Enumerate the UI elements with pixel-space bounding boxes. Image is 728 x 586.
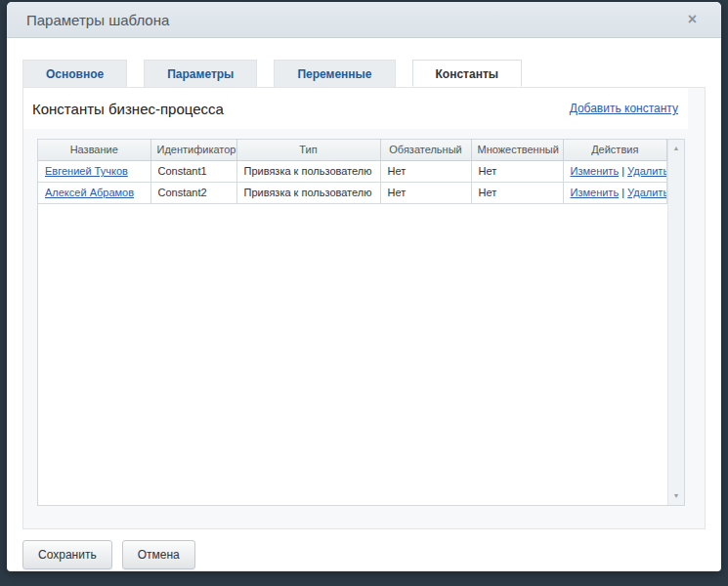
dialog-footer: Сохранить Отмена: [22, 540, 711, 569]
tab-bar: Основное Параметры Переменные Константы: [22, 60, 706, 87]
save-button[interactable]: Сохранить: [22, 540, 112, 569]
cell-name: Евгенией Тучков: [38, 160, 150, 182]
table-header-row: Название Идентификатор Тип Обязательный …: [38, 140, 667, 160]
tab-parametry[interactable]: Параметры: [144, 60, 257, 87]
cell-multiple: Нет: [471, 160, 563, 182]
cell-multiple: Нет: [471, 182, 563, 203]
tab-konstanty[interactable]: Константы: [412, 60, 523, 87]
close-icon[interactable]: ×: [683, 10, 702, 29]
edit-link[interactable]: Изменить: [571, 187, 620, 198]
dialog-title: Параметры шаблона: [26, 12, 169, 28]
dialog-body: Основное Параметры Переменные Константы …: [7, 38, 721, 569]
cell-actions: Изменить | Удалить: [563, 182, 667, 203]
constants-tab-panel: Константы бизнес-процесса Добавить конст…: [22, 87, 706, 529]
scroll-up-icon[interactable]: ▲: [668, 144, 684, 153]
cell-required: Нет: [380, 160, 471, 182]
cell-required: Нет: [380, 182, 471, 203]
table-row: Алексей Абрамов Constant2 Привязка к пол…: [38, 182, 667, 203]
cell-identifier: Constant1: [150, 160, 236, 182]
action-separator: |: [621, 165, 624, 177]
scroll-down-icon[interactable]: ▼: [668, 491, 684, 501]
delete-link[interactable]: Удалить: [627, 187, 666, 198]
template-parameters-dialog: Параметры шаблона × Основное Параметры П…: [7, 2, 721, 571]
table-row: Евгенией Тучков Constant1 Привязка к пол…: [38, 160, 667, 182]
cell-name: Алексей Абрамов: [38, 182, 150, 203]
column-header-required: Обязательный: [380, 140, 471, 160]
cell-actions: Изменить | Удалить: [563, 160, 667, 182]
column-header-type: Тип: [236, 140, 380, 160]
vertical-scrollbar[interactable]: ▲ ▼: [667, 140, 684, 505]
constant-name-link[interactable]: Евгенией Тучков: [45, 165, 128, 177]
edit-link[interactable]: Изменить: [571, 165, 620, 177]
add-constant-link[interactable]: Добавить константу: [570, 102, 678, 115]
cell-type: Привязка к пользователю: [236, 160, 380, 182]
cell-identifier: Constant2: [150, 182, 236, 203]
tab-osnovnoe[interactable]: Основное: [22, 60, 127, 87]
column-header-actions: Действия: [563, 140, 667, 160]
action-separator: |: [621, 187, 624, 198]
column-header-multiple: Множественный: [471, 140, 563, 160]
constant-name-link[interactable]: Алексей Абрамов: [45, 187, 134, 198]
constants-table: Название Идентификатор Тип Обязательный …: [38, 140, 667, 204]
cancel-button[interactable]: Отмена: [122, 540, 195, 569]
constants-table-container: Название Идентификатор Тип Обязательный …: [37, 139, 685, 506]
column-header-name: Название: [38, 140, 150, 160]
tab-peremennye[interactable]: Переменные: [274, 60, 395, 87]
dialog-titlebar: Параметры шаблона ×: [7, 2, 721, 38]
cell-type: Привязка к пользователю: [236, 182, 380, 203]
delete-link[interactable]: Удалить: [627, 165, 666, 177]
panel-title: Константы бизнес-процесса: [32, 101, 224, 117]
column-header-identifier: Идентификатор: [150, 140, 236, 160]
panel-heading-row: Константы бизнес-процесса Добавить конст…: [23, 88, 688, 129]
